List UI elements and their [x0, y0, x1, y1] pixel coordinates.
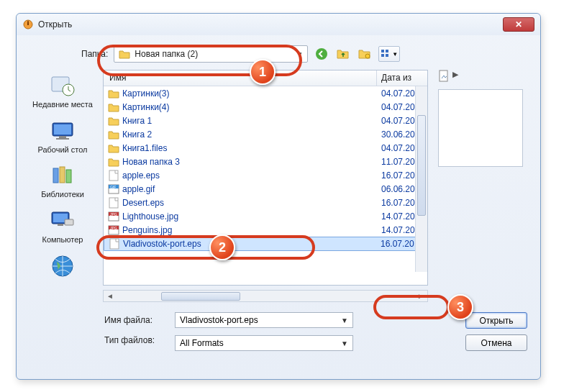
svg-text:GIF: GIF	[110, 185, 116, 189]
list-item[interactable]: Картинки(4)04.07.20	[104, 100, 427, 114]
window-title: Открыть	[38, 19, 72, 29]
file-icon	[109, 238, 120, 250]
preview-next-icon[interactable]: ▶	[452, 70, 458, 85]
up-one-level-button[interactable]	[335, 46, 351, 62]
file-name: apple.eps	[122, 170, 381, 181]
svg-rect-8	[386, 54, 388, 57]
file-icon: JPG	[108, 211, 119, 222]
file-icon	[108, 142, 119, 154]
list-item[interactable]: apple.eps16.07.20	[104, 168, 427, 182]
vertical-scrollbar[interactable]	[415, 86, 427, 272]
svg-point-4	[365, 54, 370, 58]
place-recent[interactable]: Недавние места	[29, 73, 96, 109]
folder-label: Папка:	[81, 49, 108, 59]
place-computer[interactable]: Компьютер	[29, 208, 96, 245]
column-name[interactable]: Имя	[104, 70, 377, 86]
place-libraries[interactable]: Библиотеки	[29, 163, 96, 199]
file-icon	[108, 156, 119, 168]
annotation-badge: 1	[250, 59, 276, 85]
place-network[interactable]	[29, 253, 96, 279]
svg-rect-6	[386, 50, 388, 53]
filename-input[interactable]: Vladivostok-port.eps ▼	[175, 312, 353, 328]
svg-rect-7	[381, 54, 384, 57]
svg-rect-15	[53, 168, 58, 183]
folder-combo-text: Новая папка (2)	[135, 49, 296, 59]
filename-label: Имя файла:	[104, 315, 166, 325]
filetype-label: Тип файлов:	[104, 335, 166, 345]
place-desktop[interactable]: Рабочий стол	[29, 118, 96, 155]
list-item[interactable]: Книга1.files04.07.20	[104, 141, 427, 155]
list-item[interactable]: Книга 230.06.20	[104, 127, 427, 141]
svg-rect-16	[60, 167, 65, 183]
svg-rect-13	[59, 136, 66, 138]
list-item[interactable]: JPGLighthouse.jpg14.07.20	[104, 209, 427, 223]
file-icon	[108, 115, 119, 127]
file-name: Картинки(3)	[122, 88, 381, 99]
view-menu-button[interactable]: ▼	[378, 46, 400, 62]
file-icon	[108, 101, 119, 113]
open-dialog: Открыть ✕ Папка: Новая папка (2) ▼	[16, 13, 541, 380]
svg-text:JPG: JPG	[110, 212, 117, 216]
file-icon	[108, 88, 119, 99]
svg-point-3	[316, 48, 327, 60]
new-folder-button[interactable]	[357, 46, 373, 62]
annotation-badge: 2	[209, 234, 235, 260]
list-item[interactable]: Картинки(3)04.07.20	[104, 86, 427, 100]
scroll-right-icon[interactable]: ►	[414, 292, 427, 300]
file-name: apple.gif	[122, 184, 381, 194]
file-name: Lighthouse.jpg	[122, 211, 381, 222]
filetype-combo[interactable]: All Formats ▼	[175, 335, 353, 351]
svg-rect-27	[109, 198, 118, 208]
svg-rect-14	[56, 138, 69, 140]
titlebar[interactable]: Открыть ✕	[17, 14, 540, 35]
preview-pane	[438, 89, 523, 167]
back-button[interactable]	[314, 46, 329, 62]
preview-page-icon[interactable]	[438, 70, 450, 85]
list-item[interactable]: Vladivostok-port.eps16.07.20	[104, 237, 427, 251]
file-icon: JPG	[108, 224, 119, 236]
list-item[interactable]: Новая папка 311.07.20	[104, 155, 427, 168]
file-icon	[108, 129, 119, 140]
svg-rect-17	[66, 170, 71, 183]
list-item[interactable]: Desert.eps16.07.20	[104, 196, 427, 209]
chevron-down-icon: ▼	[341, 316, 348, 324]
annotation-badge: 3	[447, 294, 473, 320]
svg-rect-34	[110, 239, 119, 249]
chevron-down-icon: ▼	[341, 339, 348, 347]
list-item[interactable]: GIFapple.gif06.06.20	[104, 182, 427, 196]
folder-icon	[119, 49, 130, 59]
app-icon	[22, 19, 34, 30]
svg-text:JPG: JPG	[110, 226, 117, 230]
svg-rect-1	[27, 22, 29, 25]
chevron-down-icon: ▼	[296, 50, 303, 58]
places-bar: Недавние места Рабочий стол Библиотеки К…	[29, 70, 96, 302]
cancel-button[interactable]: Отмена	[465, 334, 527, 351]
scroll-left-icon[interactable]: ◄	[104, 292, 117, 300]
file-name: Книга 2	[122, 129, 381, 140]
file-name: Desert.eps	[122, 198, 381, 208]
file-icon	[108, 197, 119, 209]
svg-rect-5	[381, 50, 384, 53]
file-name: Penguins.jpg	[122, 225, 381, 235]
list-item[interactable]: JPGPenguins.jpg14.07.20	[104, 223, 427, 237]
svg-rect-21	[65, 219, 73, 225]
file-icon: GIF	[108, 183, 119, 195]
column-date[interactable]: Дата из	[377, 70, 427, 86]
file-name: Картинки(4)	[122, 102, 381, 112]
folder-combo[interactable]: Новая папка (2) ▼	[114, 45, 308, 63]
open-button[interactable]: Открыть	[465, 312, 527, 329]
scrollbar-thumb[interactable]	[417, 115, 426, 216]
file-name: Новая папка 3	[122, 157, 381, 167]
close-button[interactable]: ✕	[503, 17, 534, 32]
file-list[interactable]: Имя Дата из Картинки(3)04.07.20Картинки(…	[103, 70, 428, 286]
svg-rect-20	[58, 224, 63, 226]
chevron-down-icon: ▼	[392, 51, 398, 58]
list-item[interactable]: Книга 104.07.20	[104, 114, 427, 127]
close-icon: ✕	[515, 19, 522, 29]
horizontal-scrollbar[interactable]: ◄ ►	[103, 290, 428, 302]
svg-point-2	[27, 21, 29, 22]
svg-rect-12	[54, 124, 71, 135]
hscroll-thumb[interactable]	[161, 292, 240, 301]
file-icon	[108, 170, 119, 181]
file-name: Книга1.files	[122, 143, 381, 153]
